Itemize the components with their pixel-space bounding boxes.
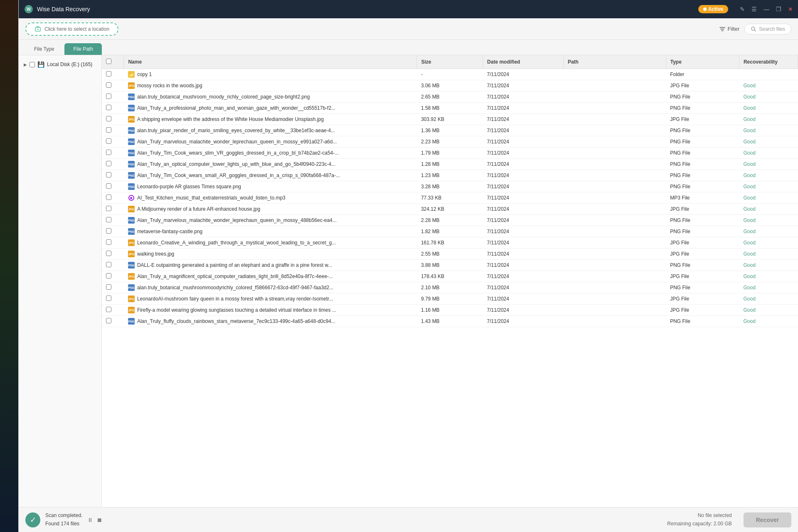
file-icon-jpg: JPG <box>128 82 135 89</box>
row-path <box>563 204 666 215</box>
row-date: 7/11/2024 <box>483 271 564 282</box>
row-checkbox[interactable] <box>106 195 111 200</box>
good-badge: Good <box>743 116 755 122</box>
row-checkbox[interactable] <box>106 239 111 245</box>
row-path <box>563 69 666 80</box>
file-table: Name Size Date modified Path <box>102 55 798 327</box>
row-path <box>563 91 666 103</box>
recover-button[interactable]: Recover <box>744 512 791 527</box>
row-recoverability: Good <box>739 271 798 282</box>
row-size: 9.79 MB <box>417 293 483 305</box>
row-checkbox[interactable] <box>106 161 111 166</box>
row-checkbox[interactable] <box>106 138 111 144</box>
stop-button[interactable]: ⏹ <box>96 517 102 523</box>
table-row: PNGAlan_Truly_a_professional_photo_man_a… <box>102 103 798 114</box>
filter-button[interactable]: Filter <box>719 26 739 32</box>
row-type: MP3 File <box>666 192 739 204</box>
row-checkbox[interactable] <box>106 116 111 121</box>
row-name: JPGA shipping envelope with the address … <box>124 114 417 125</box>
row-checkbox[interactable] <box>106 318 111 323</box>
row-date: 7/11/2024 <box>483 305 564 316</box>
row-size: 1.28 MB <box>417 159 483 170</box>
status-text: Scan completed. Found 174 files <box>45 512 82 527</box>
row-checkbox[interactable] <box>106 206 111 211</box>
good-badge: Good <box>743 139 755 145</box>
media-controls: ⏸ ⏹ <box>87 517 102 523</box>
restore-button[interactable]: ❐ <box>776 6 781 12</box>
location-selector[interactable]: Click here to select a location <box>25 22 118 36</box>
table-row: AI_Test_Kitchen_music_that_extraterrestr… <box>102 192 798 204</box>
row-checkbox[interactable] <box>106 71 111 76</box>
row-checkbox[interactable] <box>106 284 111 290</box>
row-date: 7/11/2024 <box>483 215 564 226</box>
window-controls: ✎ ☰ — ❐ ✕ <box>740 6 793 12</box>
row-date: 7/11/2024 <box>483 80 564 91</box>
sidebar-checkbox[interactable] <box>30 62 35 67</box>
col-header-checkbox <box>102 55 124 69</box>
sidebar-item-local-disk[interactable]: ▶ 💾 Local Disk (E:) (165) <box>19 59 101 70</box>
row-recoverability: Good <box>739 159 798 170</box>
row-recoverability: Good <box>739 204 798 215</box>
table-row: PNGAlan_Truly_marvelous_malachite_wonder… <box>102 136 798 148</box>
row-recoverability: Good <box>739 91 798 103</box>
table-row: JPGA Midjourney render of a future AR-en… <box>102 204 798 215</box>
row-date: 7/11/2024 <box>483 170 564 181</box>
row-recoverability: Good <box>739 170 798 181</box>
row-checkbox[interactable] <box>106 105 111 110</box>
row-path <box>563 282 666 293</box>
table-row: PNGalan.truly_botanical_mushroommoodyric… <box>102 282 798 293</box>
row-recoverability: Good <box>739 305 798 316</box>
title-bar-actions: Active ✎ ☰ — ❐ ✕ <box>698 5 793 13</box>
row-date: 7/11/2024 <box>483 192 564 204</box>
row-size: 1.82 MB <box>417 226 483 237</box>
row-recoverability: Good <box>739 282 798 293</box>
file-icon-mp3 <box>128 195 135 201</box>
row-checkbox[interactable] <box>106 94 111 99</box>
file-icon-jpg: JPG <box>128 273 135 280</box>
row-path <box>563 226 666 237</box>
left-decorative-panel <box>0 0 18 532</box>
file-icon-png: PNG <box>128 217 135 224</box>
row-type: JPG File <box>666 293 739 305</box>
table-row: PNGalan.truly_pixar_render_of_mario_smil… <box>102 125 798 136</box>
menu-button[interactable]: ☰ <box>751 6 757 12</box>
select-all-checkbox[interactable] <box>106 59 111 64</box>
row-size: 2.65 MB <box>417 91 483 103</box>
row-recoverability: Good <box>739 316 798 327</box>
row-name: JPGLeonardoAI-mushroom fairy queen in a … <box>124 293 417 305</box>
edit-button[interactable]: ✎ <box>740 6 745 12</box>
row-size: 3.88 MB <box>417 260 483 271</box>
pause-button[interactable]: ⏸ <box>87 517 93 523</box>
tab-file-path[interactable]: File Path <box>64 43 101 55</box>
file-icon-png: PNG <box>128 94 135 100</box>
row-checkbox[interactable] <box>106 217 111 222</box>
row-recoverability: Good <box>739 148 798 159</box>
row-checkbox[interactable] <box>106 82 111 88</box>
active-badge: Active <box>698 5 728 13</box>
good-badge: Good <box>743 217 755 223</box>
status-bar: ✓ Scan completed. Found 174 files ⏸ ⏹ No… <box>19 507 798 532</box>
table-row: JPGFirefly-a model wearing glowing sungl… <box>102 305 798 316</box>
row-path <box>563 170 666 181</box>
row-checkbox[interactable] <box>106 228 111 234</box>
table-row: JPGwalking trees.jpg2.55 MB7/11/2024JPG … <box>102 249 798 260</box>
row-checkbox[interactable] <box>106 307 111 312</box>
row-checkbox[interactable] <box>106 183 111 189</box>
row-checkbox[interactable] <box>106 273 111 278</box>
row-checkbox[interactable] <box>106 172 111 177</box>
row-checkbox[interactable] <box>106 251 111 256</box>
close-button[interactable]: ✕ <box>788 6 793 12</box>
row-checkbox[interactable] <box>106 296 111 301</box>
row-date: 7/11/2024 <box>483 282 564 293</box>
row-name: PNGDALL-E outpainting generated a painti… <box>124 260 417 271</box>
tab-file-type[interactable]: File Type <box>25 43 63 55</box>
row-checkbox[interactable] <box>106 127 111 133</box>
row-name: PNGAlan_Truly_marvelous_malachite_wonder… <box>124 136 417 148</box>
search-box[interactable]: Search files <box>744 24 791 34</box>
row-checkbox[interactable] <box>106 262 111 267</box>
row-type: PNG File <box>666 159 739 170</box>
row-size: 1.79 MB <box>417 148 483 159</box>
row-checkbox[interactable] <box>106 150 111 155</box>
minimize-button[interactable]: — <box>764 6 769 12</box>
row-size: 1.23 MB <box>417 170 483 181</box>
